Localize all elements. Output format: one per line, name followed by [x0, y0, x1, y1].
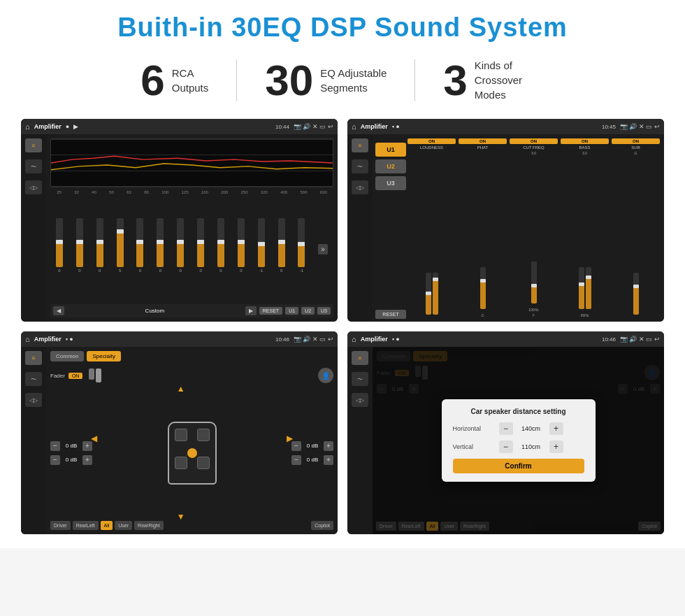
vertical-minus-btn[interactable]: −	[499, 440, 513, 453]
db-minus-tr[interactable]: −	[291, 441, 301, 451]
crossover-reset-btn[interactable]: RESET	[375, 310, 406, 319]
crossover-sidebar-eq-icon[interactable]: ≡	[352, 138, 368, 152]
tab-common[interactable]: Common	[50, 351, 84, 361]
fader-on-badge[interactable]: ON	[68, 373, 83, 379]
horizontal-plus-btn[interactable]: +	[549, 422, 563, 435]
confirm-button[interactable]: Confirm	[453, 459, 584, 473]
dialog-btn-driver: Driver	[376, 522, 396, 531]
eq-reset-btn[interactable]: RESET	[259, 307, 282, 315]
eq-next-btn[interactable]: ▶	[245, 306, 257, 315]
crossover-topbar: ⌂ Amplifier ▪ ● 10:45 📷 🔊 ✕ ▭ ↩	[347, 119, 664, 134]
cutfreq-slider-1[interactable]	[531, 262, 537, 303]
eq-more-btn[interactable]: »	[318, 244, 328, 255]
tab-specialty[interactable]: Specialty	[87, 351, 120, 361]
ch-phat: ON PHAT G	[459, 138, 507, 317]
crossover-u1-btn[interactable]: U1	[375, 143, 406, 157]
eq-track-5[interactable]	[136, 218, 143, 267]
eq-u1-btn[interactable]: U1	[285, 307, 298, 315]
btn-user[interactable]: User	[115, 521, 132, 530]
eq-track-6[interactable]	[157, 218, 164, 267]
crossover-time: 10:45	[602, 124, 616, 130]
eq-sidebar-eq-icon[interactable]: ≡	[25, 138, 42, 152]
eq-thumb-11	[258, 242, 265, 246]
eq-track-12[interactable]	[278, 218, 285, 267]
eq-fill-7	[177, 243, 184, 267]
eq-track-8[interactable]	[197, 218, 204, 267]
loudness-slider-1[interactable]	[426, 273, 431, 315]
eq-sidebar-wave-icon[interactable]: 〜	[25, 159, 42, 173]
home-icon[interactable]: ⌂	[25, 122, 30, 131]
sub-on-badge[interactable]: ON	[612, 138, 660, 144]
crossover-sidebar-wave-icon[interactable]: 〜	[352, 159, 368, 173]
eq-track-9[interactable]	[217, 218, 224, 267]
speaker-sidebar-eq-icon[interactable]: ≡	[25, 351, 42, 365]
db-plus-br[interactable]: +	[324, 455, 333, 465]
vertical-label: Vertical	[453, 443, 495, 450]
btn-all[interactable]: All	[101, 521, 113, 530]
eq-track-3[interactable]	[96, 218, 103, 267]
sub-slider-1[interactable]	[633, 273, 639, 315]
eq-track-1[interactable]	[56, 218, 63, 267]
eq-track-4[interactable]	[117, 218, 124, 267]
eq-label-100: 100	[161, 190, 168, 194]
eq-track-10[interactable]	[238, 218, 245, 267]
dialog-sidebar-eq-icon[interactable]: ≡	[352, 351, 368, 365]
dialog-btn-copilot: Copilot	[638, 522, 661, 531]
fader-mini-1[interactable]	[89, 368, 94, 380]
eq-val-2: 0	[78, 268, 80, 273]
cutfreq-freq: 100Hz	[528, 308, 538, 312]
speaker-sidebar-wave-icon[interactable]: 〜	[25, 372, 42, 386]
btn-copilot[interactable]: Copilot	[311, 521, 333, 530]
loudness-slider-2[interactable]	[433, 273, 438, 315]
horizontal-minus-btn[interactable]: −	[499, 422, 513, 435]
db-plus-bl[interactable]: +	[82, 455, 92, 465]
bass-slider-g[interactable]	[586, 267, 591, 309]
btn-driver[interactable]: Driver	[50, 521, 71, 530]
db-minus-tl[interactable]: −	[50, 441, 60, 451]
speaker-sidebar-speaker-icon[interactable]: ◁▷	[25, 393, 42, 407]
btn-rearright[interactable]: RearRight	[134, 521, 164, 530]
dialog-home-icon[interactable]: ⌂	[352, 335, 356, 343]
vertical-plus-btn[interactable]: +	[549, 440, 563, 453]
page-wrapper: Buith-in 30EQ DSP Sound System 6 RCAOutp…	[0, 0, 685, 548]
db-minus-br[interactable]: −	[291, 455, 301, 465]
db-minus-bl[interactable]: −	[50, 455, 60, 465]
db-plus-tr[interactable]: +	[324, 441, 333, 451]
car-center-control[interactable]	[187, 448, 197, 458]
eq-thumb-1	[56, 240, 63, 244]
eq-track-7[interactable]	[177, 218, 184, 267]
dialog-sidebar-speaker-icon[interactable]: ◁▷	[352, 393, 368, 407]
eq-fill-11	[258, 245, 265, 267]
eq-label-63: 63	[127, 190, 131, 194]
speaker-home-icon[interactable]: ⌂	[25, 335, 30, 343]
eq-track-13[interactable]	[298, 218, 305, 267]
bass-slider-f[interactable]	[579, 267, 584, 309]
eq-thumb-5	[136, 240, 143, 244]
eq-thumb-12	[278, 240, 285, 244]
eq-track-2[interactable]	[76, 218, 83, 267]
speaker-screen: ⌂ Amplifier ▪ ● 10:46 📷 🔊 ✕ ▭ ↩ ≡ 〜 ◁▷ C…	[21, 331, 338, 534]
phat-on-badge[interactable]: ON	[459, 138, 507, 144]
cutfreq-on-badge[interactable]: ON	[510, 138, 558, 144]
car-seat-rearleft	[175, 457, 187, 469]
loudness-on-badge[interactable]: ON	[408, 138, 456, 144]
crossover-home-icon[interactable]: ⌂	[352, 122, 356, 131]
dialog-sidebar-wave-icon[interactable]: 〜	[352, 372, 368, 386]
screenshots-grid: ⌂ Amplifier ● ▶ 10:44 📷 🔊 ✕ ▭ ↩ ≡ 〜 ◁▷	[21, 119, 664, 534]
eq-sidebar-speaker-icon[interactable]: ◁▷	[25, 180, 42, 194]
eq-u3-btn[interactable]: U3	[317, 307, 331, 315]
bass-on-badge[interactable]: ON	[561, 138, 609, 144]
btn-rearleft[interactable]: RearLeft	[73, 521, 99, 530]
stat-eq-label: EQ AdjustableSegments	[320, 66, 387, 95]
eq-val-7: 0	[180, 268, 182, 273]
car-body	[168, 422, 217, 485]
eq-track-11[interactable]	[258, 218, 265, 267]
eq-u2-btn[interactable]: U2	[301, 307, 315, 315]
crossover-u2-btn[interactable]: U2	[375, 159, 406, 173]
crossover-sidebar-speaker-icon[interactable]: ◁▷	[352, 180, 368, 194]
phat-slider-1[interactable]	[480, 267, 486, 309]
crossover-u3-btn[interactable]: U3	[375, 176, 406, 190]
stat-rca-number: 6	[140, 59, 164, 102]
eq-prev-btn[interactable]: ◀	[53, 306, 64, 315]
fader-mini-2[interactable]	[96, 368, 101, 382]
